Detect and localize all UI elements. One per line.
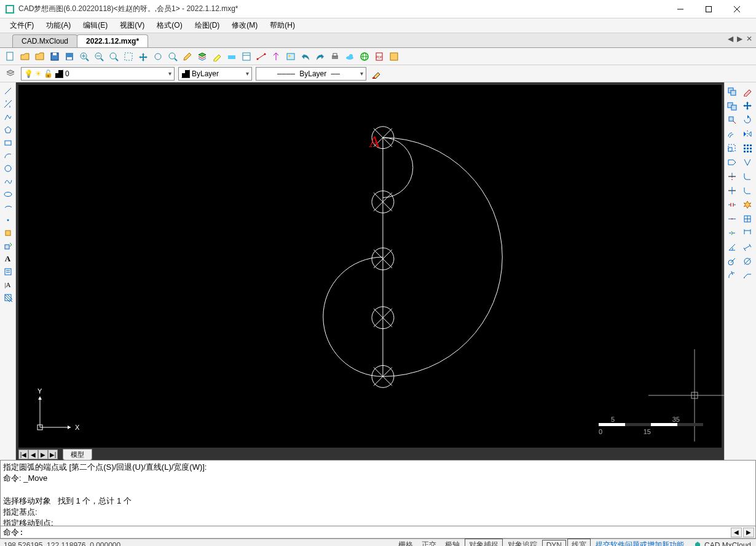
brush-icon[interactable] — [370, 67, 384, 81]
scroll-right-icon[interactable]: ▶ — [743, 528, 754, 537]
print-icon[interactable] — [328, 50, 342, 63]
break2-icon[interactable] — [725, 212, 739, 226]
web-icon[interactable] — [358, 50, 371, 63]
copy-icon[interactable] — [725, 85, 739, 98]
dyn-toggle[interactable]: DYN — [542, 540, 566, 547]
dim-angle-icon[interactable] — [725, 240, 739, 254]
layers-icon[interactable] — [195, 50, 209, 63]
zoom-realtime-icon[interactable] — [166, 50, 179, 63]
line-icon[interactable] — [1, 85, 15, 97]
highlight-icon[interactable] — [210, 50, 224, 63]
save-icon[interactable] — [48, 50, 61, 63]
layout-next-icon[interactable]: ▶ — [38, 449, 48, 459]
stretch-icon[interactable] — [725, 156, 739, 169]
osnap-toggle[interactable]: 对象捕捉 — [465, 539, 503, 546]
zoom-extents-icon[interactable] — [107, 50, 120, 63]
polar-toggle[interactable]: 极轴 — [441, 539, 463, 546]
minimize-button[interactable] — [666, 0, 695, 18]
zoom-in-icon[interactable] — [77, 50, 91, 63]
menu-func[interactable]: 功能(A) — [41, 19, 76, 32]
lwt-toggle[interactable]: 线宽 — [567, 539, 591, 546]
mirror-icon[interactable] — [740, 127, 755, 141]
erase-icon[interactable] — [740, 85, 755, 98]
polyline-icon[interactable] — [1, 111, 15, 123]
layout-first-icon[interactable]: |◀ — [18, 449, 28, 459]
menu-help[interactable]: 帮助(H) — [265, 19, 300, 32]
paste-icon[interactable] — [725, 99, 739, 113]
trim-icon[interactable] — [725, 170, 739, 183]
block-icon[interactable] — [1, 227, 15, 239]
spline-icon[interactable] — [1, 175, 15, 188]
dim-linear-icon[interactable] — [740, 226, 755, 240]
maximize-button[interactable] — [695, 0, 723, 18]
ellipse-icon[interactable] — [1, 188, 15, 200]
insert-block-icon[interactable] — [1, 240, 15, 252]
explode-icon[interactable] — [740, 198, 755, 212]
tab-prev-icon[interactable]: ◀ — [726, 34, 734, 43]
circle-icon[interactable] — [1, 162, 15, 175]
layout-last-icon[interactable]: ▶| — [48, 449, 58, 459]
command-input[interactable] — [26, 527, 755, 538]
help-icon[interactable] — [387, 50, 401, 63]
model-tab[interactable]: 模型 — [63, 449, 92, 461]
ortho-toggle[interactable]: 正交 — [418, 539, 440, 546]
scale-icon[interactable] — [725, 141, 739, 155]
drawing-canvas[interactable]: A X Y 5 35 — [18, 85, 722, 448]
array-icon[interactable] — [740, 141, 755, 155]
command-history[interactable]: 指定圆弧的端点或 [第二个点(S)/回退(U)/直线(L)/宽度(W)]: 命令… — [0, 460, 756, 526]
new-icon[interactable] — [4, 50, 17, 63]
edit-icon[interactable] — [181, 50, 194, 63]
close-button[interactable] — [723, 0, 751, 18]
pdf-icon[interactable]: PDF — [372, 50, 386, 63]
menu-format[interactable]: 格式(O) — [152, 19, 187, 32]
color-dropdown[interactable]: ByLayer ▾ — [178, 67, 252, 81]
offset-icon[interactable] — [725, 127, 739, 141]
pan-icon[interactable] — [136, 50, 150, 63]
image-icon[interactable] — [284, 50, 297, 63]
menu-file[interactable]: 文件(F) — [5, 19, 39, 32]
saveas-icon[interactable] — [63, 50, 76, 63]
tab-current[interactable]: 2022.1.12.mxg* — [77, 34, 148, 47]
menu-view[interactable]: 视图(V) — [115, 19, 149, 32]
fillet-icon[interactable] — [740, 170, 755, 183]
layer-manager-icon[interactable] — [4, 67, 17, 81]
text-icon[interactable]: A — [1, 253, 15, 265]
linetype-dropdown[interactable]: ———— ByLayer —— ▾ — [256, 67, 366, 81]
properties-icon[interactable] — [240, 50, 253, 63]
join-icon[interactable] — [725, 226, 739, 240]
dim-diameter-icon[interactable] — [740, 255, 755, 268]
zoom-window-icon[interactable] — [122, 50, 135, 63]
dim-leader-icon[interactable] — [740, 269, 755, 282]
mirror2-icon[interactable] — [740, 156, 755, 169]
undo-icon[interactable] — [299, 50, 312, 63]
cloud-icon[interactable] — [343, 50, 356, 63]
cut-icon[interactable] — [725, 113, 739, 127]
arc-icon[interactable] — [1, 149, 15, 162]
match-icon[interactable] — [269, 50, 283, 63]
dim-radius-icon[interactable] — [725, 255, 739, 268]
tab-cloud[interactable]: CAD.MxCloud — [12, 34, 77, 47]
zoom-out-icon[interactable] — [92, 50, 106, 63]
open-icon[interactable] — [18, 50, 32, 63]
folder-icon[interactable] — [33, 50, 47, 63]
dim-aligned-icon[interactable] — [740, 240, 755, 254]
menu-modify[interactable]: 修改(M) — [227, 19, 262, 32]
menu-edit[interactable]: 编辑(E) — [78, 19, 112, 32]
polygon-icon[interactable] — [1, 124, 15, 136]
rotate-icon[interactable] — [740, 113, 755, 127]
align-icon[interactable] — [740, 212, 755, 226]
scroll-left-icon[interactable]: ◀ — [731, 528, 742, 537]
layer-off-icon[interactable] — [225, 50, 238, 63]
ellipse-arc-icon[interactable] — [1, 201, 15, 213]
extend-icon[interactable] — [725, 184, 739, 197]
zoom-prev-icon[interactable] — [151, 50, 165, 63]
mtext-icon[interactable] — [1, 266, 15, 278]
redo-icon[interactable] — [313, 50, 327, 63]
layer-dropdown[interactable]: 💡 ☀ 🔓 0 ▾ — [21, 67, 175, 81]
feedback-link[interactable]: 提交软件问题或增加新功能 — [592, 539, 688, 546]
dim-arc-icon[interactable] — [725, 269, 739, 282]
otrack-toggle[interactable]: 对象追踪 — [504, 539, 541, 546]
mtext-a-icon[interactable]: |A — [1, 279, 15, 291]
layout-prev-icon[interactable]: ◀ — [28, 449, 38, 459]
xline-icon[interactable] — [1, 98, 15, 110]
